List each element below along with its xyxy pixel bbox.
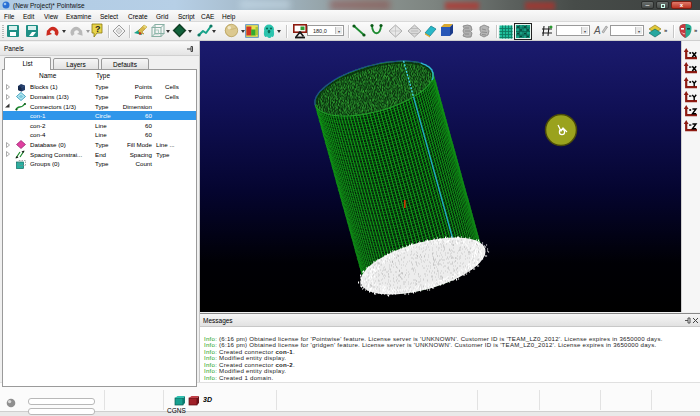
svg-text:?: ? — [95, 24, 101, 34]
svg-text:A: A — [593, 25, 601, 36]
